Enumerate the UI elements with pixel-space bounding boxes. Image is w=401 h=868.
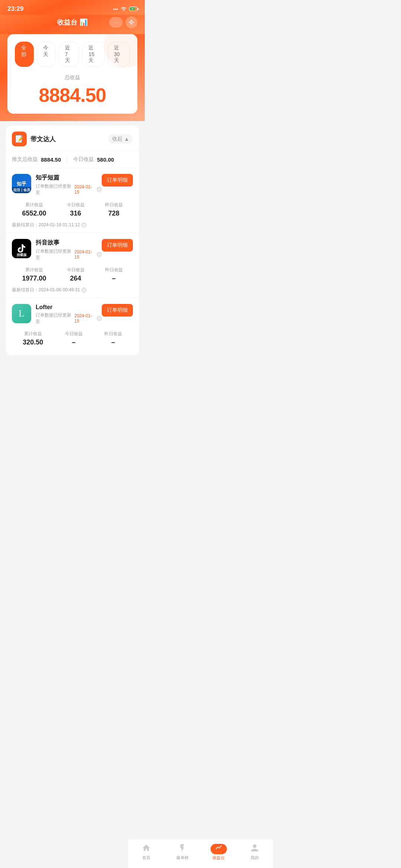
douyin-yesterday-label: 昨日收益	[105, 267, 123, 273]
douyin-badge: 挂载版	[12, 252, 31, 258]
status-icons: ▪▪▪	[113, 6, 137, 12]
douyin-settle-info-icon[interactable]: ⓘ	[81, 288, 87, 293]
collapse-label: 收起	[112, 136, 123, 142]
header-title: 收益台 📊	[57, 18, 88, 27]
summary-card: 全部 今天 近7天 近15天 近30天 总收益 8884.50	[0, 34, 145, 121]
lofter-yesterday-value: –	[104, 339, 122, 346]
lofter-app-item: L Lofter 订单数据已经更新至 2024-01-15 ⓘ 订单明细 累计收…	[6, 298, 139, 355]
filter-tab-30days[interactable]: 近30天	[108, 42, 130, 67]
earnings-emoji: 📊	[79, 18, 88, 26]
douyin-update-date: 2024-01-15	[74, 249, 95, 260]
main-content: 📝 带文达人 收起 ▲ 推文总收益 8884.50 今日收益 580.00	[0, 121, 145, 394]
lofter-yesterday-label: 昨日收益	[104, 331, 122, 337]
zhihu-info-icon[interactable]: ⓘ	[97, 187, 102, 192]
zhihu-today-label: 今日收益	[67, 202, 85, 208]
platform-summary-row: 推文总收益 8884.50 今日收益 580.00	[6, 151, 139, 168]
push-earnings-value: 8884.50	[41, 156, 61, 163]
zhihu-cumulative-value: 6552.00	[22, 210, 46, 217]
douyin-update-text: 订单数据已经更新至	[36, 248, 73, 261]
douyin-app-info: 抖音故事 订单数据已经更新至 2024-01-15 ⓘ	[36, 239, 102, 261]
zhihu-badge: 拉活｜会员	[12, 187, 31, 193]
douyin-yesterday-value: –	[105, 275, 123, 282]
lofter-info-icon[interactable]: ⓘ	[97, 316, 102, 321]
lofter-today-value: –	[65, 339, 83, 346]
collapse-button[interactable]: 收起 ▲	[108, 134, 133, 144]
lofter-app-logo: L	[12, 304, 31, 323]
svg-point-2	[131, 22, 132, 23]
header-actions: ···	[109, 16, 137, 28]
douyin-stats: 累计收益 1977.00 今日收益 264 昨日收益 –	[12, 267, 133, 282]
lofter-order-button[interactable]: 订单明细	[102, 304, 133, 317]
scan-button[interactable]	[125, 16, 137, 28]
douyin-update-info: 订单数据已经更新至 2024-01-15 ⓘ	[36, 248, 102, 261]
zhihu-today-value: 316	[67, 210, 85, 217]
total-earnings-label: 总收益	[15, 74, 130, 81]
douyin-yesterday: 昨日收益 –	[105, 267, 123, 282]
filter-tab-all[interactable]: 全部	[15, 42, 34, 67]
zhihu-badge-text: 拉活｜会员	[13, 188, 30, 192]
zhihu-update-text: 订单数据已经更新至	[36, 183, 73, 196]
wifi-icon	[120, 6, 127, 12]
douyin-settle-info: 最新结算日：2024-01-06 00:49:31 ⓘ	[12, 287, 133, 293]
filter-all-label: 全部	[21, 45, 26, 57]
filter-tab-7days[interactable]: 近7天	[59, 42, 79, 67]
lofter-update-text: 订单数据已经更新至	[36, 312, 73, 325]
total-earnings-amount: 8884.50	[15, 84, 130, 106]
zhihu-cumulative: 累计收益 6552.00	[22, 202, 46, 217]
zhihu-yesterday-label: 昨日收益	[105, 202, 123, 208]
filter-tab-15days[interactable]: 近15天	[82, 42, 104, 67]
more-label: ···	[114, 19, 118, 25]
zhihu-settle-info-icon[interactable]: ⓘ	[81, 223, 87, 228]
status-time: 23:29	[7, 5, 23, 13]
douyin-info-icon[interactable]: ⓘ	[97, 252, 102, 257]
lofter-app-header: L Lofter 订单数据已经更新至 2024-01-15 ⓘ 订单明细	[12, 304, 133, 325]
douyin-badge-text: 挂载版	[17, 253, 27, 257]
zhihu-settle-info: 最新结算日：2024-01-16 01:11:12 ⓘ	[12, 222, 133, 228]
today-earnings-label: 今日收益	[73, 156, 94, 163]
chevron-up-icon: ▲	[124, 136, 129, 142]
zhihu-app-name: 知乎短篇	[36, 174, 102, 182]
lofter-cumulative-value: 320.50	[23, 339, 43, 346]
zhihu-update-date: 2024-01-15	[74, 184, 95, 195]
platform-header: 📝 带文达人 收起 ▲	[6, 126, 139, 151]
lofter-yesterday: 昨日收益 –	[104, 331, 122, 346]
douyin-settle-date: 最新结算日：2024-01-06 00:49:31	[12, 287, 80, 293]
lofter-stats: 累计收益 320.50 今日收益 – 昨日收益 –	[12, 331, 133, 346]
lofter-cumulative: 累计收益 320.50	[23, 331, 43, 346]
douyin-app-logo: 挂载版	[12, 239, 31, 258]
page-header: 收益台 📊 ···	[0, 15, 145, 34]
lofter-today-label: 今日收益	[65, 331, 83, 337]
push-earnings-label: 推文总收益	[12, 156, 38, 163]
total-push-earnings: 推文总收益 8884.50	[12, 156, 61, 163]
more-button[interactable]: ···	[109, 17, 123, 27]
zhihu-app-info: 知乎短篇 订单数据已经更新至 2024-01-15 ⓘ	[36, 174, 102, 196]
douyin-cumulative: 累计收益 1977.00	[22, 267, 46, 282]
zhihu-settle-date: 最新结算日：2024-01-16 01:11:12	[12, 222, 80, 228]
zhihu-update-info: 订单数据已经更新至 2024-01-15 ⓘ	[36, 183, 102, 196]
filter-tabs: 全部 今天 近7天 近15天 近30天	[15, 42, 130, 67]
zhihu-stats: 累计收益 6552.00 今日收益 316 昨日收益 728	[12, 202, 133, 217]
zhihu-app-header: 知乎 拉活｜会员 知乎短篇 订单数据已经更新至 2024-01-15 ⓘ 订单明…	[12, 174, 133, 196]
douyin-order-button[interactable]: 订单明细	[102, 239, 133, 252]
zhihu-today: 今日收益 316	[67, 202, 85, 217]
lofter-app-name: Lofter	[36, 304, 102, 311]
douyin-app-item: 挂载版 抖音故事 订单数据已经更新至 2024-01-15 ⓘ 订单明细 累计收…	[6, 233, 139, 298]
platform-name: 带文达人	[30, 135, 56, 143]
zhihu-order-button[interactable]: 订单明细	[102, 174, 133, 187]
douyin-today-value: 264	[67, 275, 85, 282]
filter-tab-today[interactable]: 今天	[37, 42, 56, 67]
douyin-cumulative-label: 累计收益	[22, 267, 46, 273]
douyin-app-header: 挂载版 抖音故事 订单数据已经更新至 2024-01-15 ⓘ 订单明细	[12, 239, 133, 261]
zhihu-app-logo: 知乎 拉活｜会员	[12, 174, 31, 193]
status-bar: 23:29 ▪▪▪	[0, 0, 145, 15]
douyin-app-name: 抖音故事	[36, 239, 102, 247]
filter-30days-label: 近30天	[114, 45, 120, 63]
filter-today-label: 今天	[43, 45, 48, 57]
lofter-cumulative-label: 累计收益	[23, 331, 43, 337]
platform-icon: 📝	[12, 132, 27, 146]
douyin-cumulative-value: 1977.00	[22, 275, 46, 282]
filter-15days-label: 近15天	[88, 45, 94, 63]
zhihu-yesterday: 昨日收益 728	[105, 202, 123, 217]
summary-divider	[67, 156, 67, 163]
lofter-update-info: 订单数据已经更新至 2024-01-15 ⓘ	[36, 312, 102, 325]
